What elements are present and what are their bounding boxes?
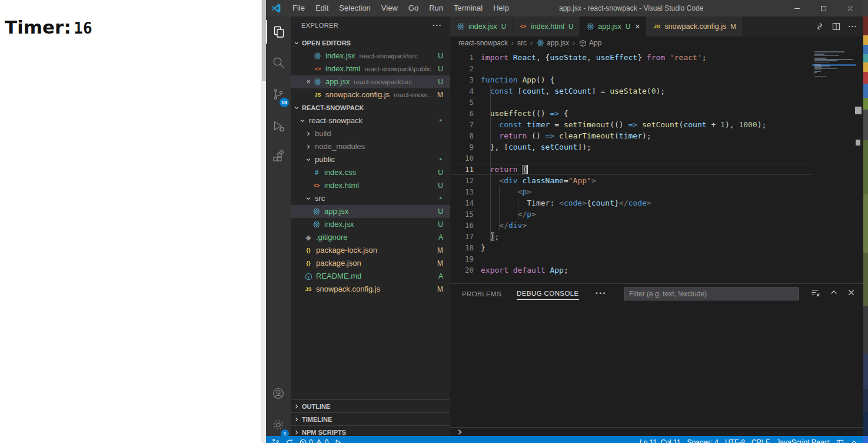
- open-editor-index.html[interactable]: <>index.htmlreact-snowpack\publicU: [291, 62, 450, 75]
- line-number[interactable]: 11: [450, 164, 474, 175]
- line-number[interactable]: 19: [450, 253, 474, 265]
- browser-scrollbar[interactable]: [261, 0, 266, 443]
- menu-file[interactable]: File: [287, 0, 310, 16]
- code-line-11[interactable]: 11 return (: [450, 164, 812, 175]
- code-line-2[interactable]: 2: [450, 63, 812, 74]
- maximize-panel-icon[interactable]: [830, 288, 838, 300]
- menu-run[interactable]: Run: [424, 0, 448, 16]
- line-number[interactable]: 2: [450, 63, 474, 74]
- open-editors-header[interactable]: OPEN EDITORS: [291, 37, 450, 49]
- code-line-13[interactable]: 13 <p>: [450, 186, 812, 197]
- activity-source-control[interactable]: 18: [266, 82, 291, 106]
- open-editor-app.jsx[interactable]: ×app.jsxreact-snowpack\srcU: [291, 75, 450, 88]
- line-number[interactable]: 12: [450, 175, 474, 186]
- minimize-button[interactable]: [784, 0, 810, 16]
- more-actions-icon[interactable]: ···: [844, 22, 861, 31]
- split-editor-icon[interactable]: [828, 22, 844, 31]
- minimap[interactable]: [812, 49, 856, 283]
- tree-item-src[interactable]: src•: [291, 192, 450, 205]
- tree-item-package-lock.json[interactable]: {}package-lock.jsonM: [291, 244, 450, 257]
- code-line-18[interactable]: 18}: [450, 242, 812, 253]
- activity-account[interactable]: [266, 382, 291, 405]
- line-number[interactable]: 6: [450, 108, 474, 119]
- activity-run-debug[interactable]: [266, 114, 291, 138]
- line-number[interactable]: 4: [450, 85, 474, 97]
- tree-item-.gitignore[interactable]: ◆.gitignoreA: [291, 231, 450, 244]
- close-panel-icon[interactable]: [847, 288, 855, 300]
- code-line-1[interactable]: 1import React, {useState, useEffect} fro…: [450, 52, 812, 63]
- menu-go[interactable]: Go: [403, 0, 424, 16]
- run-task-icon[interactable]: [335, 439, 341, 443]
- code-line-9[interactable]: 9 }, [count, setCount]);: [450, 141, 812, 153]
- tab-index.html[interactable]: <>index.htmlU: [513, 16, 580, 37]
- line-number[interactable]: 1: [450, 52, 474, 63]
- breadcrumb-App[interactable]: App: [578, 39, 601, 47]
- breadcrumb-react-snowpack[interactable]: react-snowpack: [458, 39, 508, 47]
- section-outline[interactable]: OUTLINE: [291, 399, 450, 412]
- tree-item-node_modules[interactable]: node_modules: [291, 140, 450, 153]
- code-line-12[interactable]: 12 <div className="App">: [450, 175, 812, 186]
- status-crlf[interactable]: CRLF: [751, 438, 770, 443]
- layout-icon[interactable]: [836, 439, 844, 443]
- line-number[interactable]: 5: [450, 97, 474, 108]
- code-line-10[interactable]: 10: [450, 153, 812, 164]
- line-number[interactable]: 17: [450, 231, 474, 242]
- line-number[interactable]: 3: [450, 74, 474, 85]
- tree-item-README.md[interactable]: README.mdA: [291, 270, 450, 283]
- line-number[interactable]: 9: [450, 141, 474, 153]
- maximize-button[interactable]: [810, 0, 837, 16]
- clear-console-icon[interactable]: [810, 288, 820, 300]
- line-number[interactable]: 7: [450, 119, 474, 130]
- problems-summary[interactable]: 0 0: [300, 438, 328, 443]
- code-line-16[interactable]: 16 </div>: [450, 220, 812, 231]
- menu-selection[interactable]: Selection: [334, 0, 375, 16]
- tree-item-index.css[interactable]: #index.cssU: [291, 166, 450, 179]
- browser-scrollbar-thumb[interactable]: [262, 0, 266, 81]
- close-button[interactable]: [837, 0, 863, 16]
- tree-item-snowpack.config.js[interactable]: JSsnowpack.config.jsM: [291, 283, 450, 296]
- line-number[interactable]: 14: [450, 197, 474, 209]
- section-timeline[interactable]: TIMELINE: [291, 412, 450, 425]
- line-number[interactable]: 10: [450, 153, 474, 164]
- tab-debug-console[interactable]: DEBUG CONSOLE: [517, 287, 579, 300]
- breadcrumb-app.jsx[interactable]: app.jsx: [536, 39, 569, 47]
- close-editor-icon[interactable]: ×: [304, 75, 313, 88]
- code-line-20[interactable]: 20export default App;: [450, 265, 812, 276]
- activity-extensions[interactable]: [266, 145, 291, 168]
- line-number[interactable]: 20: [450, 265, 474, 276]
- open-editor-snowpack.config.js[interactable]: JSsnowpack.config.jsreact-snow...M: [291, 88, 450, 101]
- code-line-17[interactable]: 17 );: [450, 231, 812, 242]
- project-root-header[interactable]: REACT-SNOWPACK: [291, 101, 450, 114]
- open-changes-icon[interactable]: [812, 22, 828, 31]
- tree-item-react-snowpack[interactable]: react-snowpack•: [291, 114, 450, 127]
- tree-item-public[interactable]: public•: [291, 153, 450, 166]
- code-line-19[interactable]: 19: [450, 253, 812, 265]
- code-line-6[interactable]: 6 useEffect(() => {: [450, 108, 812, 119]
- sync-icon[interactable]: [286, 439, 293, 443]
- menu-help[interactable]: Help: [488, 0, 514, 16]
- line-number[interactable]: 15: [450, 209, 474, 220]
- status-utf-8[interactable]: UTF-8: [725, 438, 745, 443]
- tree-item-index.jsx[interactable]: index.jsxU: [291, 218, 450, 231]
- tab-problems[interactable]: PROBLEMS: [462, 287, 501, 300]
- tab-index.jsx[interactable]: index.jsxU: [450, 16, 513, 37]
- menu-edit[interactable]: Edit: [310, 0, 334, 16]
- open-editor-index.jsx[interactable]: index.jsxreact-snowpack\srcU: [291, 49, 450, 62]
- tree-item-package.json[interactable]: {}package.jsonM: [291, 257, 450, 270]
- code-editor[interactable]: 1import React, {useState, useEffect} fro…: [450, 49, 863, 283]
- menu-view[interactable]: View: [376, 0, 403, 16]
- tree-item-app.jsx[interactable]: app.jsxU: [291, 205, 450, 218]
- status-spaces-4[interactable]: Spaces: 4: [687, 438, 719, 443]
- line-number[interactable]: 13: [450, 186, 474, 197]
- activity-search[interactable]: [266, 51, 291, 74]
- code-line-7[interactable]: 7 const timer = setTimeout(() => setCoun…: [450, 119, 812, 130]
- breadcrumb-src[interactable]: src: [517, 39, 527, 47]
- menu-terminal[interactable]: Terminal: [448, 0, 488, 16]
- line-number[interactable]: 16: [450, 220, 474, 231]
- tab-app.jsx[interactable]: app.jsxU×: [580, 16, 646, 37]
- close-tab-icon[interactable]: ×: [635, 22, 640, 31]
- activity-settings[interactable]: 1: [266, 413, 291, 437]
- bell-icon[interactable]: [850, 439, 857, 443]
- debug-filter-input[interactable]: [624, 287, 799, 300]
- code-line-4[interactable]: 4 const [count, setCount] = useState(0);: [450, 85, 812, 97]
